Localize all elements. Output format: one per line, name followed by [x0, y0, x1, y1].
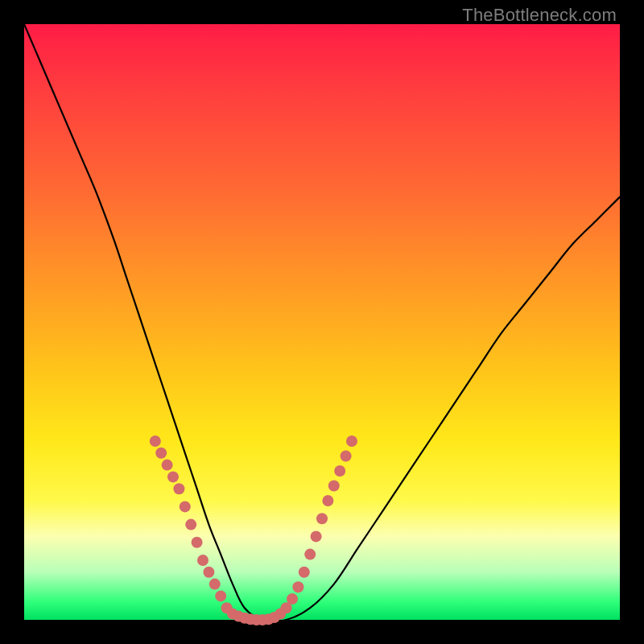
marker-dot [192, 537, 203, 548]
marker-dot [203, 567, 214, 578]
marker-dot [292, 581, 303, 592]
marker-dot [316, 513, 328, 524]
watermark-text: TheBottleneck.com [462, 5, 617, 26]
marker-dot [162, 460, 173, 471]
marker-dot [287, 593, 298, 605]
plot-area [24, 24, 620, 620]
chart-frame: TheBottleneck.com [0, 0, 644, 644]
marker-dot [334, 465, 345, 477]
marker-dot [155, 448, 167, 459]
marker-dot [299, 567, 310, 578]
marker-dot [197, 555, 208, 566]
marker-dots [150, 436, 357, 625]
marker-dot [304, 549, 316, 560]
marker-dot [215, 590, 226, 601]
marker-dot [328, 481, 340, 492]
marker-dot [173, 483, 184, 494]
marker-dot [185, 519, 196, 530]
marker-dot [311, 530, 322, 542]
chart-svg [24, 24, 620, 620]
bottleneck-curve [24, 24, 620, 621]
marker-dot [180, 501, 191, 512]
marker-dot [150, 436, 161, 447]
marker-dot [209, 579, 221, 590]
marker-dot [322, 495, 333, 506]
marker-dot [346, 436, 357, 447]
marker-dot [341, 451, 352, 462]
marker-dot [167, 471, 179, 482]
